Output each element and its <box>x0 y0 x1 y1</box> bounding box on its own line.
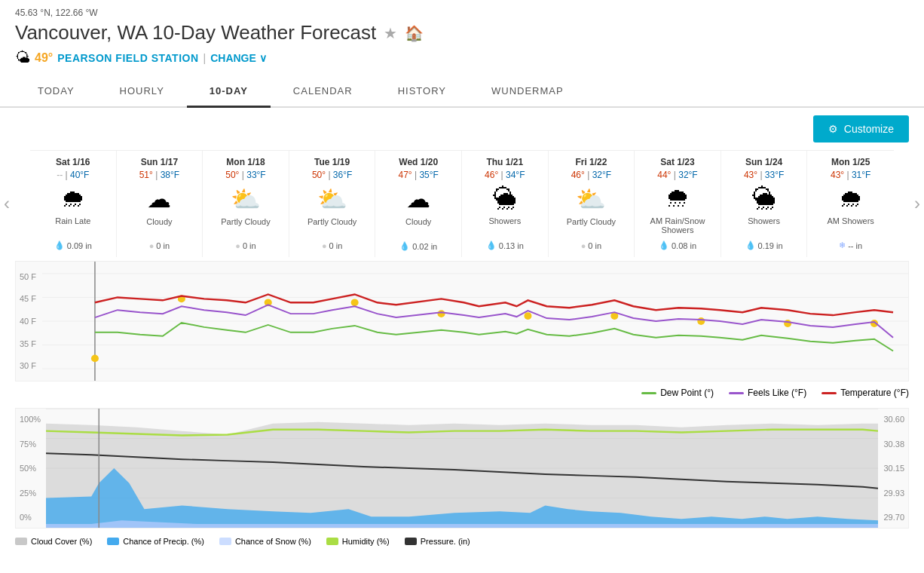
day-col[interactable]: Sat 1/16 -- | 40°F 🌧 Rain Late 💧 0.09 in <box>30 151 117 257</box>
svg-point-13 <box>697 317 705 325</box>
forecast-section: ‹ › Sat 1/16 -- | 40°F 🌧 Rain Late 💧 0.0… <box>0 150 924 257</box>
day-name: Sun 1/17 <box>120 157 200 167</box>
low-temp: 32°F <box>592 170 611 180</box>
svg-point-9 <box>351 299 359 306</box>
low-temp: 38°F <box>161 170 179 180</box>
humidity-box-icon <box>326 538 338 545</box>
favorite-icon[interactable]: ★ <box>384 24 397 42</box>
precip-box-icon <box>107 538 119 545</box>
precip-icon: ● <box>149 241 155 250</box>
day-temps: 43° | 33°F <box>724 170 804 180</box>
day-temps: 50° | 33°F <box>206 170 286 180</box>
high-temp: -- <box>57 170 63 180</box>
high-temp: 50° <box>225 170 239 180</box>
header: 45.63 °N, 122.66 °W Vancouver, WA 10-Day… <box>0 0 924 108</box>
dewpoint-line-icon <box>641 392 656 394</box>
precip-amount: 💧 0.09 in <box>33 241 113 250</box>
day-description: Cloudy <box>378 217 458 238</box>
legend-pressure: Pressure. (in) <box>405 537 470 546</box>
temp-chart-area <box>42 262 908 381</box>
day-col[interactable]: Mon 1/18 50° | 33°F ⛅ Partly Cloudy ● 0 … <box>203 151 289 257</box>
tab-10day[interactable]: 10-DAY <box>187 76 271 108</box>
day-weather-icon: ⛅ <box>206 185 286 213</box>
station-name: PEARSON FIELD STATION <box>57 52 198 64</box>
temperature-chart: 50 F 45 F 40 F 35 F 30 F <box>15 261 909 381</box>
gear-icon: ⚙ <box>828 123 838 135</box>
prev-arrow[interactable]: ‹ <box>4 193 10 214</box>
tab-today[interactable]: TODAY <box>15 76 97 108</box>
high-temp: 46° <box>485 170 498 180</box>
current-temp: 49° <box>35 51 53 65</box>
day-weather-icon: ⛅ <box>292 185 372 213</box>
low-temp: 31°F <box>852 170 870 180</box>
day-description: Partly Cloudy <box>206 217 286 238</box>
svg-point-10 <box>438 310 445 317</box>
temperature-chart-section: 50 F 45 F 40 F 35 F 30 F <box>0 261 924 381</box>
day-temps: 47° | 35°F <box>378 170 458 180</box>
high-temp: 44° <box>657 170 671 180</box>
home-icon[interactable]: 🏠 <box>405 24 424 42</box>
precip-amount: ● 0 in <box>292 241 372 250</box>
precip-icon: 💧 <box>399 241 410 251</box>
day-description: AM Rain/Snow Showers <box>638 216 717 237</box>
day-col[interactable]: Thu 1/21 46° | 34°F 🌦 Showers 💧 0.13 in <box>462 151 549 257</box>
tab-history[interactable]: HISTORY <box>375 76 469 108</box>
legend-dewpoint: Dew Point (°) <box>641 388 714 398</box>
day-weather-icon: ☁ <box>378 185 458 213</box>
precip-amount: ❄ -- in <box>810 241 891 250</box>
chart-legend: Dew Point (°) Feels Like (°F) Temperatur… <box>0 381 924 404</box>
change-link[interactable]: CHANGE ∨ <box>210 52 267 64</box>
day-weather-icon: ☁ <box>120 185 200 213</box>
day-col[interactable]: Sat 1/23 44° | 32°F 🌨 AM Rain/Snow Showe… <box>635 151 721 257</box>
legend-snow-chance: Chance of Snow (%) <box>219 537 311 546</box>
day-name: Fri 1/22 <box>552 157 632 167</box>
day-weather-icon: 🌧 <box>33 185 113 213</box>
lower-chart: 100% 75% 50% 25% 0% 30.60 30 <box>15 408 909 529</box>
high-temp: 51° <box>139 170 153 180</box>
precip-icon: ● <box>235 241 240 250</box>
lower-chart-area <box>46 409 878 528</box>
toolbar: ⚙ Customize <box>0 108 924 150</box>
day-description: AM Showers <box>810 216 891 237</box>
day-temps: 46° | 34°F <box>465 170 545 180</box>
day-description: Partly Cloudy <box>292 217 372 238</box>
navigation-tabs: TODAY HOURLY 10-DAY CALENDAR HISTORY WUN… <box>0 76 924 108</box>
high-temp: 43° <box>831 170 844 180</box>
current-weather-icon: 🌤 <box>15 49 30 66</box>
day-temps: 46° | 32°F <box>552 170 632 180</box>
tab-hourly[interactable]: HOURLY <box>97 76 187 108</box>
precip-icon: 💧 <box>54 241 65 250</box>
separator: | <box>203 52 207 64</box>
cloud-cover-box-icon <box>15 538 27 545</box>
day-name: Mon 1/18 <box>206 157 286 167</box>
low-temp: 40°F <box>70 170 89 180</box>
day-temps: 51° | 38°F <box>120 170 200 180</box>
day-temps: 43° | 31°F <box>810 170 891 180</box>
day-col[interactable]: Wed 1/20 47° | 35°F ☁ Cloudy 💧 0.02 in <box>375 151 462 257</box>
day-name: Sun 1/24 <box>724 157 804 167</box>
tab-calendar[interactable]: CALENDAR <box>271 76 375 108</box>
day-description: Cloudy <box>120 217 200 238</box>
day-col[interactable]: Sun 1/17 51° | 38°F ☁ Cloudy ● 0 in <box>117 151 203 257</box>
lower-y-axis-right: 30.60 30.38 30.15 29.93 29.70 <box>878 409 908 528</box>
lower-y-axis-left: 100% 75% 50% 25% 0% <box>16 409 46 528</box>
day-weather-icon: 🌦 <box>465 185 545 213</box>
day-col[interactable]: Fri 1/22 46° | 32°F ⛅ Partly Cloudy ● 0 … <box>549 151 635 257</box>
next-arrow[interactable]: › <box>914 193 920 214</box>
day-col[interactable]: Tue 1/19 50° | 36°F ⛅ Partly Cloudy ● 0 … <box>289 151 376 257</box>
customize-button[interactable]: ⚙ Customize <box>813 115 909 142</box>
precip-amount: 💧 0.02 in <box>378 241 458 251</box>
svg-point-14 <box>784 320 791 327</box>
day-col[interactable]: Mon 1/25 43° | 31°F 🌧 AM Showers ❄ -- in <box>807 151 894 257</box>
day-col[interactable]: Sun 1/24 43° | 33°F 🌦 Showers 💧 0.19 in <box>721 151 808 257</box>
tab-wundermap[interactable]: WUNDERMAP <box>469 76 586 108</box>
day-temps: 44° | 32°F <box>638 170 717 180</box>
svg-point-11 <box>524 312 531 320</box>
day-description: Showers <box>724 216 804 237</box>
day-name: Sat 1/16 <box>33 157 113 167</box>
day-name: Wed 1/20 <box>378 157 458 167</box>
coordinates: 45.63 °N, 122.66 °W <box>15 8 909 18</box>
high-temp: 47° <box>398 170 412 180</box>
day-name: Thu 1/21 <box>465 157 545 167</box>
high-temp: 46° <box>571 170 585 180</box>
